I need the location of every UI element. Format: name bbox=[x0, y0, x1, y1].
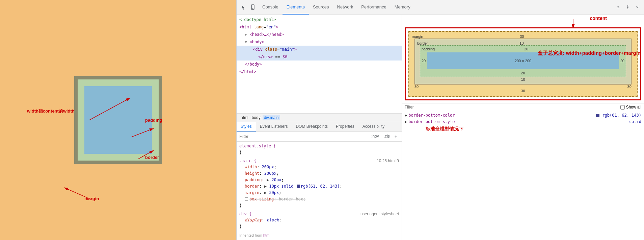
css-rule-div: div { user agent stylesheet display: blo… bbox=[239, 212, 399, 230]
mobile-icon[interactable] bbox=[249, 3, 257, 11]
css-prop-height: height: 200px; bbox=[239, 170, 399, 177]
tab-sources[interactable]: Sources bbox=[309, 0, 333, 15]
svg-point-9 bbox=[627, 8, 628, 9]
breadcrumb-html[interactable]: html bbox=[239, 115, 250, 120]
css-prop-display: display: block; bbox=[239, 217, 399, 223]
styles-tab-properties[interactable]: Properties bbox=[332, 122, 358, 131]
styles-tab-event-listeners[interactable]: Event Listeners bbox=[256, 122, 292, 131]
bm-margin-bottom-val: 30 bbox=[521, 89, 525, 93]
bottom-filter-input[interactable] bbox=[405, 105, 618, 110]
prop-name-border-bottom-style: border-bottom-style bbox=[408, 119, 455, 125]
dom-line-body: ▼ <body> bbox=[237, 38, 402, 46]
bm-margin-label: margin bbox=[412, 34, 423, 39]
styles-content: element.style { } .main { 10.25.html:9 w… bbox=[237, 142, 402, 240]
css-source-main: 10.25.html:9 bbox=[377, 159, 399, 163]
css-prop-width: width: 200px; bbox=[239, 164, 399, 170]
filter-btns: :hov .cls + bbox=[370, 133, 399, 140]
margin-label: margin bbox=[84, 196, 99, 201]
filter-plus-btn[interactable]: + bbox=[393, 133, 399, 140]
standard-model-label: 标准盒模型情况下 bbox=[426, 126, 463, 132]
tab-performance[interactable]: Performance bbox=[357, 0, 390, 15]
box-sizing-checkbox[interactable] bbox=[245, 197, 248, 201]
prop-arrow-1[interactable]: ▶ bbox=[405, 113, 407, 118]
css-prop-margin: margin: ▶ 30px; bbox=[239, 190, 399, 196]
tab-memory[interactable]: Memory bbox=[391, 0, 414, 15]
elements-panel: <!doctype html> <html lang="en"> ▶ <head… bbox=[237, 15, 402, 240]
bm-border-bottom-val: 10 bbox=[521, 77, 525, 81]
svg-point-7 bbox=[627, 6, 628, 8]
tab-console[interactable]: Console bbox=[258, 0, 283, 15]
more-tabs-icon[interactable]: » bbox=[614, 3, 622, 11]
tab-network[interactable]: Network bbox=[333, 0, 357, 15]
dom-line-html-close: </html> bbox=[237, 68, 402, 75]
css-prop-border: border: ▶ 10px solid rgb(61, 62, 143); bbox=[239, 183, 399, 190]
filter-cls-btn[interactable]: .cls bbox=[382, 133, 392, 140]
breadcrumb-divmain[interactable]: div.main bbox=[263, 115, 280, 120]
bottom-filter: Show all bbox=[402, 103, 644, 111]
bm-padding-label: padding bbox=[422, 47, 435, 51]
styles-tab-styles[interactable]: Styles bbox=[237, 122, 256, 131]
toolbar-more: » ✕ bbox=[614, 3, 641, 11]
css-prop-padding: padding: ▶ 20px; bbox=[239, 177, 399, 183]
total-width-annotation: 盒子总宽度: width+padding+border+margin bbox=[538, 50, 641, 56]
bm-padding-bottom-row: 20 bbox=[422, 71, 624, 75]
css-properties-list: ▶ border-bottom-color rgb(61, 62, 143) ▶… bbox=[402, 111, 644, 126]
bm-border-top-row: border 10 bbox=[417, 41, 629, 45]
cursor-icon[interactable] bbox=[239, 3, 247, 11]
filter-input[interactable] bbox=[239, 134, 367, 139]
prop-row-border-bottom-color: ▶ border-bottom-color rgb(61, 62, 143) bbox=[405, 112, 641, 119]
bm-margin-left-val: 30 bbox=[414, 85, 419, 89]
close-icon[interactable]: ✕ bbox=[633, 3, 641, 11]
settings-icon[interactable] bbox=[624, 3, 632, 11]
svg-rect-6 bbox=[252, 8, 253, 9]
bm-border-bottom-row: 10 bbox=[417, 77, 629, 82]
dom-line-html: <html lang="en"> bbox=[237, 23, 402, 31]
styles-tab-accessibility[interactable]: Accessibility bbox=[358, 122, 388, 131]
breadcrumb-body[interactable]: body bbox=[250, 115, 262, 120]
dom-line-body-close: </body> bbox=[237, 61, 402, 68]
bm-border-area: border 10 padding 20 bbox=[414, 39, 632, 85]
content-annotation: content bbox=[590, 16, 607, 21]
bm-margin-sides-row: 30 30 bbox=[414, 85, 632, 89]
svg-point-8 bbox=[627, 5, 628, 6]
border-label: border bbox=[145, 155, 159, 160]
bm-padding-right-val: 20 bbox=[620, 59, 624, 63]
box-model-diagram-container: margin 30 border 10 bbox=[405, 27, 641, 100]
inherited-label: Inherited from html bbox=[239, 233, 399, 238]
bm-padding-left-val: 20 bbox=[422, 59, 426, 63]
css-rule-element-style: element.style { } bbox=[239, 143, 399, 156]
prop-val-border-bottom-style: solid bbox=[629, 119, 641, 125]
filter-bar: :hov .cls + bbox=[237, 132, 402, 142]
bm-border-top-val: 10 bbox=[519, 41, 524, 45]
bm-margin-area: margin 30 border 10 bbox=[408, 31, 638, 97]
browser-preview: width指content的width padding border margi… bbox=[0, 0, 236, 240]
dom-tree[interactable]: <!doctype html> <html lang="en"> ▶ <head… bbox=[237, 15, 402, 113]
dom-line-head: ▶ <head>…</head> bbox=[237, 31, 402, 38]
bm-margin-right-val: 30 bbox=[627, 85, 632, 89]
devtools-panel: Console Elements Sources Network Perform… bbox=[236, 0, 644, 240]
bm-border-label: border bbox=[417, 41, 428, 45]
css-prop-box-sizing: box-sizing: border-box; bbox=[239, 196, 399, 202]
dom-line-doctype: <!doctype html> bbox=[237, 16, 402, 23]
filter-hov-btn[interactable]: :hov bbox=[370, 133, 381, 140]
prop-row-border-bottom-style: ▶ border-bottom-style solid bbox=[405, 119, 641, 125]
show-all-label[interactable]: Show all bbox=[620, 105, 641, 110]
styles-tab-dom-breakpoints[interactable]: DOM Breakpoints bbox=[292, 122, 332, 131]
color-swatch-1 bbox=[596, 114, 599, 117]
breadcrumb: html body div.main bbox=[237, 113, 402, 122]
tab-elements[interactable]: Elements bbox=[283, 0, 309, 15]
bm-margin-top-val: 30 bbox=[520, 34, 524, 39]
dom-line-div-open[interactable]: <div class="main"> bbox=[237, 46, 402, 53]
bm-margin-bottom-row: 30 bbox=[412, 89, 634, 93]
devtools-split: <!doctype html> <html lang="en"> ▶ <head… bbox=[237, 15, 644, 240]
dom-line-div-close[interactable]: </div> == $0 bbox=[237, 53, 402, 61]
styles-panel-tabs: Styles Event Listeners DOM Breakpoints P… bbox=[237, 122, 402, 132]
show-all-checkbox[interactable] bbox=[620, 105, 625, 110]
padding-label: padding bbox=[145, 118, 162, 123]
bm-padding-bottom-val: 20 bbox=[521, 71, 525, 75]
devtools-tabs: Console Elements Sources Network Perform… bbox=[258, 0, 414, 15]
prop-arrow-2[interactable]: ▶ bbox=[405, 119, 407, 125]
bm-content-size: 200 × 200 bbox=[515, 59, 531, 63]
box-model-panel: content 盒子总宽度: width+padding+border+marg… bbox=[402, 15, 644, 240]
css-rule-main: .main { 10.25.html:9 width: 200px; heigh… bbox=[239, 159, 399, 209]
